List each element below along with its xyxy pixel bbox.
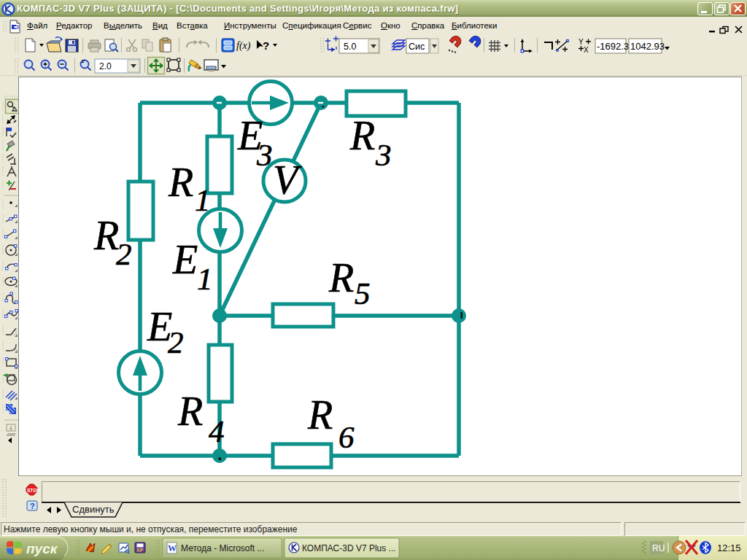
svg-text:12:15: 12:15: [717, 542, 741, 553]
svg-text:2: 2: [168, 325, 184, 359]
svg-text:пуск: пуск: [26, 541, 58, 556]
svg-text:E: E: [172, 237, 198, 282]
svg-text:f(x): f(x): [236, 40, 251, 52]
svg-text:R: R: [177, 389, 203, 434]
svg-text:-1692.3: -1692.3: [597, 41, 629, 52]
svg-text:2.0: 2.0: [99, 61, 112, 71]
svg-text:X: X: [584, 46, 589, 54]
svg-text:6: 6: [338, 420, 355, 454]
svg-text:Сис: Сис: [409, 42, 425, 52]
svg-text:3: 3: [256, 138, 273, 172]
svg-text:R: R: [328, 255, 354, 300]
svg-text:1042.93: 1042.93: [630, 41, 665, 52]
svg-text:R: R: [168, 160, 193, 205]
svg-text:?: ?: [30, 502, 35, 510]
svg-text:5: 5: [355, 276, 371, 311]
svg-text:5.0: 5.0: [344, 42, 356, 52]
svg-text:Метода - Microsoft ...: Метода - Microsoft ...: [181, 543, 265, 553]
svg-text:1: 1: [195, 183, 211, 217]
svg-text:3: 3: [375, 138, 392, 172]
svg-text:R: R: [307, 392, 333, 438]
svg-text:2: 2: [116, 237, 132, 271]
svg-text:?: ?: [263, 39, 269, 52]
svg-text:RU: RU: [652, 543, 665, 553]
svg-text:КОМПАС-3D V7 Plus ...: КОМПАС-3D V7 Plus ...: [302, 543, 396, 553]
svg-text:1: 1: [197, 262, 213, 296]
svg-text:STOP: STOP: [27, 488, 40, 493]
svg-text:R: R: [93, 213, 119, 258]
svg-text:R: R: [349, 113, 375, 158]
svg-text:XP: XP: [136, 548, 144, 553]
svg-text:V: V: [273, 158, 302, 203]
svg-text:W: W: [168, 543, 177, 553]
svg-text:Y: Y: [578, 38, 584, 46]
svg-text:4: 4: [209, 414, 225, 448]
